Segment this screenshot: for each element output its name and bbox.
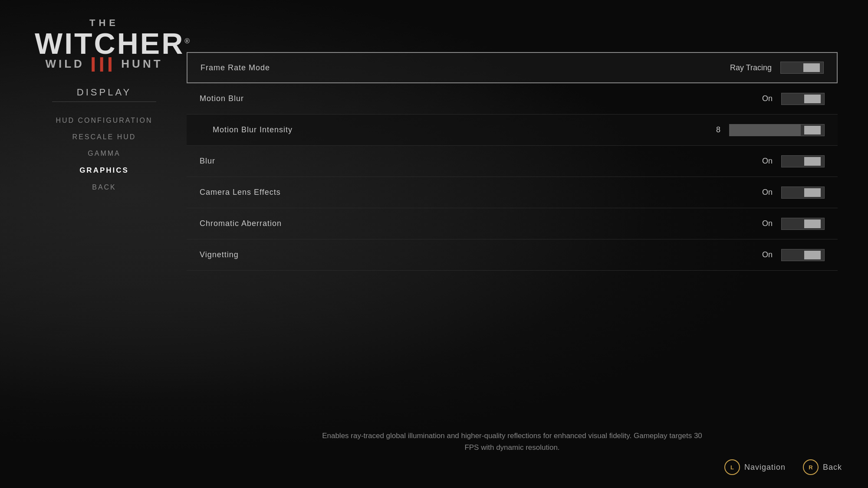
bottom-hints: L Navigation R Back: [724, 459, 842, 475]
setting-row-vignetting[interactable]: Vignetting On: [187, 239, 838, 271]
setting-value-vignetting: On: [738, 250, 773, 259]
nav-divider: [52, 102, 156, 102]
sidebar-section-title: DISPLAY: [35, 87, 174, 98]
setting-value-chromatic-aberration: On: [738, 219, 773, 228]
setting-row-motion-blur-intensity[interactable]: Motion Blur Intensity 8: [187, 115, 838, 146]
toggle-chromatic-aberration[interactable]: [781, 218, 825, 230]
navigation-button-label: L: [730, 464, 734, 471]
setting-name-motion-blur: Motion Blur: [200, 94, 738, 103]
setting-row-frame-rate-mode[interactable]: Frame Rate Mode Ray Tracing: [187, 52, 838, 83]
toggle-blur[interactable]: [781, 155, 825, 167]
hint-back: R Back: [803, 459, 842, 475]
toggle-knob-frame-rate-mode: [803, 63, 820, 72]
toggle-knob-camera-lens-effects: [804, 188, 821, 197]
setting-value-blur: On: [738, 157, 773, 166]
setting-row-camera-lens-effects[interactable]: Camera Lens Effects On: [187, 177, 838, 208]
toggle-knob-blur: [804, 157, 821, 166]
logo-witcher: WITCHER®: [35, 29, 174, 58]
sidebar-item-rescale-hud[interactable]: RESCALE HUD: [35, 129, 174, 145]
sidebar-item-hud-configuration[interactable]: HUD CONFIGURATION: [35, 112, 174, 129]
hint-label-navigation: Navigation: [744, 463, 786, 472]
settings-list: Frame Rate Mode Ray Tracing Motion Blur …: [187, 52, 838, 271]
setting-value-motion-blur-intensity: 8: [686, 125, 720, 134]
nav-items: HUD CONFIGURATION RESCALE HUD GAMMA GRAP…: [35, 112, 174, 196]
setting-value-frame-rate-mode: Ray Tracing: [730, 63, 772, 72]
description-area: Enables ray-traced global illumination a…: [187, 430, 838, 453]
setting-name-motion-blur-intensity: Motion Blur Intensity: [213, 125, 686, 134]
setting-value-motion-blur: On: [738, 94, 773, 103]
setting-row-blur[interactable]: Blur On: [187, 146, 838, 177]
setting-row-motion-blur[interactable]: Motion Blur On: [187, 83, 838, 115]
setting-name-vignetting: Vignetting: [200, 250, 738, 259]
sidebar-item-back[interactable]: BACK: [35, 179, 174, 196]
sidebar-nav: DISPLAY HUD CONFIGURATION RESCALE HUD GA…: [35, 87, 174, 196]
slider-knob-motion-blur-intensity: [804, 126, 821, 134]
slider-motion-blur-intensity[interactable]: [729, 124, 825, 136]
back-button-label: R: [809, 464, 812, 471]
sidebar-item-gamma[interactable]: GAMMA: [35, 145, 174, 162]
toggle-knob-motion-blur: [804, 95, 821, 103]
setting-name-blur: Blur: [200, 157, 738, 166]
toggle-camera-lens-effects[interactable]: [781, 187, 825, 199]
slider-fill-motion-blur-intensity: [730, 124, 801, 136]
toggle-frame-rate-mode[interactable]: [780, 62, 824, 74]
logo: THE WITCHER® WILD III HUNT: [35, 17, 174, 73]
setting-value-camera-lens-effects: On: [738, 188, 773, 197]
setting-name-frame-rate-mode: Frame Rate Mode: [201, 63, 730, 72]
settings-panel: Frame Rate Mode Ray Tracing Motion Blur …: [187, 52, 838, 436]
setting-name-camera-lens-effects: Camera Lens Effects: [200, 188, 738, 197]
sidebar-item-graphics[interactable]: GRAPHICS: [35, 162, 174, 179]
hint-button-navigation[interactable]: L: [724, 459, 740, 475]
hint-label-back: Back: [823, 463, 842, 472]
toggle-knob-vignetting: [804, 251, 821, 259]
toggle-knob-chromatic-aberration: [804, 219, 821, 228]
description-text: Enables ray-traced global illumination a…: [317, 430, 707, 453]
setting-name-chromatic-aberration: Chromatic Aberration: [200, 219, 738, 228]
hint-navigation: L Navigation: [724, 459, 786, 475]
toggle-motion-blur[interactable]: [781, 93, 825, 105]
toggle-vignetting[interactable]: [781, 249, 825, 261]
hint-button-back[interactable]: R: [803, 459, 819, 475]
setting-row-chromatic-aberration[interactable]: Chromatic Aberration On: [187, 208, 838, 239]
